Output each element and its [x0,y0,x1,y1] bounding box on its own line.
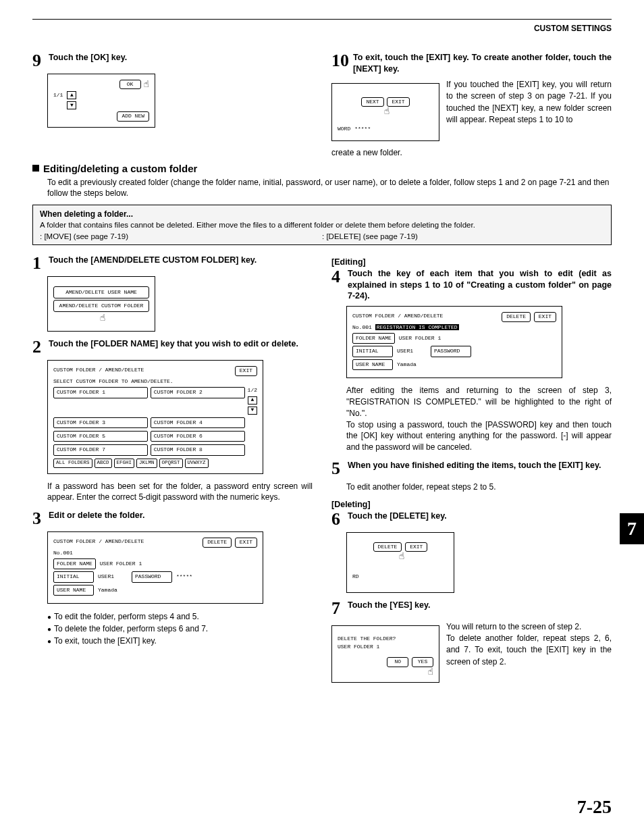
step-number: 6 [331,511,344,528]
deleting-heading: [Deleting] [331,500,612,509]
panel-title: CUSTOM FOLDER / AMEND/DELETE [53,538,144,545]
filter-tab[interactable]: JKLMN [136,459,157,468]
user-name-button[interactable]: USER NAME [53,585,94,596]
folder-no: No.001 [352,324,372,330]
down-arrow-button[interactable]: ▼ [248,407,257,415]
hand-icon: ☝ [100,313,105,323]
step-4-panel: CUSTOM FOLDER / AMEND/DELETE DELETE EXIT… [346,306,562,378]
section-heading: Editing/deleting a custom folder [43,163,197,174]
no-button[interactable]: NO [387,657,408,667]
amend-custom-folder-button[interactable]: AMEND/DELETE CUSTOM FOLDER [53,300,149,312]
step-3-panel: CUSTOM FOLDER / AMEND/DELETE DELETE EXIT… [47,531,263,604]
page-indicator: 1/1 [53,92,63,99]
step-5-text: When you have finished editing the items… [348,460,612,471]
confirm-folder-name: USER FOLDER 1 [338,644,433,650]
folder-button[interactable]: CUSTOM FOLDER 3 [53,417,148,428]
filter-tab[interactable]: ALL FOLDERS [53,459,92,468]
folder-button[interactable]: CUSTOM FOLDER 2 [151,387,245,398]
step-9-text: Touch the [OK] key. [49,52,313,63]
folder-button[interactable]: CUSTOM FOLDER 7 [53,444,148,455]
step-6-text: Touch the [DELETE] key. [348,511,612,522]
initial-value: USER1 [397,348,413,355]
step-number: 1 [32,255,45,272]
user-name-value: Yamada [397,361,417,368]
folder-name-button[interactable]: FOLDER NAME [352,333,395,344]
delete-button[interactable]: DELETE [502,312,531,321]
password-button[interactable]: PASSWORD [431,346,471,357]
hand-icon: ☝ [399,552,404,561]
hand-icon: ☝ [144,80,149,89]
left-column-steps: 1 Touch the [AMEND/DELETE CUSTOM FOLDER]… [32,255,313,689]
initial-value: USER1 [98,573,114,580]
add-new-button[interactable]: ADD NEW [117,111,149,121]
initial-button[interactable]: INITIAL [352,346,393,357]
step-3-bullets: To edit the folder, perform steps 4 and … [47,610,313,647]
page-number: 7-25 [577,796,612,818]
folder-name-value: USER FOLDER 1 [100,561,142,567]
step-number: 9 [32,52,45,70]
step-10-text: To exit, touch the [EXIT] key. To create… [353,52,612,75]
step-10-panel: NEXT EXIT ☝ WORD ***** [331,83,439,141]
step-number: 5 [331,460,344,477]
exit-button[interactable]: EXIT [235,366,257,375]
step-10-desc: If you touched the [EXIT] key, you will … [446,79,612,126]
editing-deleting-section: Editing/deleting a custom folder To edit… [32,157,612,255]
note-ref-delete: : [DELETE] (see page 7-19) [322,232,604,240]
step-4-desc: After editing the items and returning to… [346,385,612,453]
exit-button[interactable]: EXIT [235,538,257,547]
delete-button[interactable]: DELETE [203,538,232,547]
folder-button[interactable]: CUSTOM FOLDER 4 [151,417,245,428]
step-4-text: Touch the key of each item that you wish… [348,268,612,303]
folder-button[interactable]: CUSTOM FOLDER 1 [53,387,148,398]
folder-name-button[interactable]: FOLDER NAME [53,558,96,569]
step-5-desc: To edit another folder, repeat steps 2 t… [346,481,612,493]
step-10-block: 10 To exit, touch the [EXIT] key. To cre… [331,52,612,157]
folder-no: No.001 [53,550,257,556]
initial-button[interactable]: INITIAL [53,571,94,582]
step-7-panel: DELETE THE FOLDER? USER FOLDER 1 NO YES … [331,625,439,683]
registration-completed-msg: REGISTRATION IS COMPLETED [375,324,459,330]
step-number: 4 [331,268,344,286]
exit-button[interactable]: EXIT [405,542,427,552]
filter-tab[interactable]: ABCD [95,459,112,468]
step-9-panel: OK☝ 1/1 ▲ 1/1 ▼ ADD NEW [47,74,155,128]
manual-page: CUSTOM SETTINGS 9 Touch the [OK] key. OK… [0,0,644,834]
down-arrow-button[interactable]: ▼ [67,101,76,109]
folder-button[interactable]: CUSTOM FOLDER 8 [151,444,245,455]
delete-button[interactable]: DELETE [373,542,402,552]
amend-user-name-button[interactable]: AMEND/DELETE USER NAME [53,286,149,298]
hand-icon: ☝ [428,667,433,677]
user-name-button[interactable]: USER NAME [352,359,393,370]
step-7-text: Touch the [YES] key. [348,600,612,611]
ok-button[interactable]: OK [119,80,141,89]
filter-tab[interactable]: UVWXYZ [185,459,209,468]
step-9-block: 9 Touch the [OK] key. OK☝ 1/1 ▲ 1/1 ▼ AD… [32,52,313,157]
note-title: When deleting a folder... [40,209,604,219]
step-2-desc: If a password has been set for the folde… [47,481,313,504]
word-label: WORD [338,126,350,132]
header-rule [32,19,612,20]
step-1-text: Touch the [AMEND/DELETE CUSTOM FOLDER] k… [49,255,313,266]
next-button[interactable]: NEXT [361,97,383,107]
user-name-value: Yamada [98,587,117,594]
exit-button[interactable]: EXIT [534,312,556,321]
panel-title: CUSTOM FOLDER / AMEND/DELETE [53,367,144,373]
folder-button[interactable]: CUSTOM FOLDER 5 [53,431,148,442]
exit-button[interactable]: EXIT [387,97,409,107]
password-stars: ***** [354,126,371,132]
step-number: 10 [331,52,349,70]
password-button[interactable]: PASSWORD [132,571,172,582]
yes-button[interactable]: YES [412,657,433,667]
folder-button[interactable]: CUSTOM FOLDER 6 [151,431,245,442]
step-10-caption: create a new folder. [331,148,439,157]
page-indicator: 1/2 [248,387,257,394]
filter-tab[interactable]: OPQRST [159,459,183,468]
note-ref-move: : [MOVE] (see page 7-19) [40,232,322,240]
note-body: A folder that contains files cannot be d… [40,220,604,231]
panel-instruction: SELECT CUSTOM FOLDER TO AMEND/DELETE. [53,378,257,385]
filter-tab[interactable]: EFGHI [114,459,135,468]
up-arrow-button[interactable]: ▲ [248,396,257,405]
confirm-question: DELETE THE FOLDER? [338,635,433,642]
hand-icon: ☝ [384,107,390,116]
up-arrow-button[interactable]: ▲ [67,91,76,99]
